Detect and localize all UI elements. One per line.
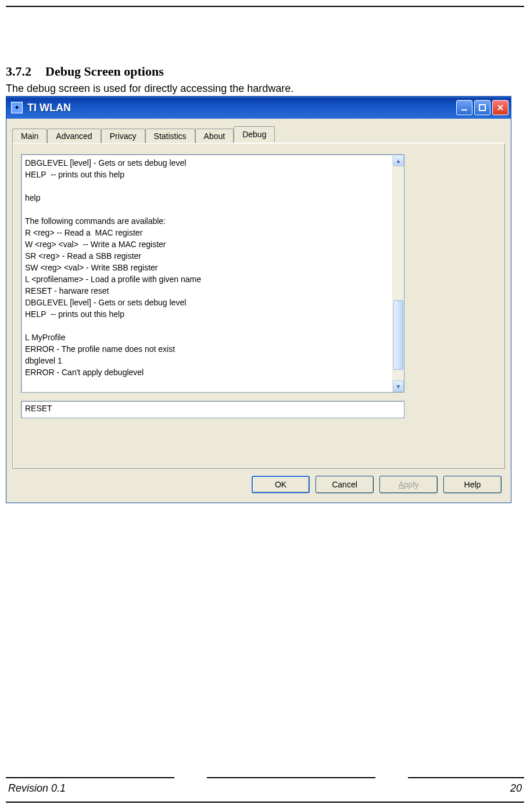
ok-button[interactable]: OK <box>252 476 310 493</box>
scroll-down-button[interactable]: ▼ <box>393 380 404 392</box>
chevron-down-icon: ▼ <box>396 383 402 390</box>
apply-button[interactable]: Apply <box>379 476 438 493</box>
section-title: Debug Screen options <box>45 64 164 79</box>
maximize-button[interactable] <box>474 100 490 115</box>
minimize-icon <box>460 104 468 112</box>
close-button[interactable] <box>492 100 508 115</box>
scroll-up-button[interactable]: ▲ <box>393 155 404 166</box>
scroll-thumb[interactable] <box>393 300 403 370</box>
app-icon: ✦ <box>11 102 23 113</box>
help-button[interactable]: Help <box>443 476 502 493</box>
client-area: Main Advanced Privacy Statistics About D… <box>6 119 511 503</box>
intro-text: The debug screen is used for directly ac… <box>6 83 524 95</box>
tab-about[interactable]: About <box>195 129 234 143</box>
svg-rect-1 <box>479 105 485 111</box>
tab-main[interactable]: Main <box>12 129 47 143</box>
close-icon <box>496 104 504 112</box>
tab-panel-debug: DBGLEVEL [level] - Gets or sets debug le… <box>12 143 505 469</box>
footer: Revision 0.1 20 <box>8 782 522 795</box>
tab-privacy[interactable]: Privacy <box>101 129 145 143</box>
window-title: TI WLAN <box>27 102 456 114</box>
footer-rules <box>6 777 524 778</box>
section-heading: 3.7.2Debug Screen options <box>6 64 524 79</box>
footer-page-number: 20 <box>510 782 522 795</box>
scrollbar[interactable]: ▲ ▼ <box>392 155 404 392</box>
scroll-track[interactable] <box>393 166 404 380</box>
app-window: ✦ TI WLAN Main Advanced <box>6 96 511 503</box>
page-bottom-rule <box>6 802 524 803</box>
cancel-button[interactable]: Cancel <box>316 476 374 493</box>
titlebar[interactable]: ✦ TI WLAN <box>6 97 511 119</box>
debug-command-input[interactable]: RESET <box>21 401 404 418</box>
footer-revision: Revision 0.1 <box>8 782 66 795</box>
svg-rect-0 <box>461 109 467 111</box>
tab-strip: Main Advanced Privacy Statistics About D… <box>12 127 505 143</box>
minimize-button[interactable] <box>456 100 472 115</box>
section-number: 3.7.2 <box>6 64 31 79</box>
chevron-up-icon: ▲ <box>396 158 402 164</box>
debug-output[interactable]: DBGLEVEL [level] - Gets or sets debug le… <box>21 154 404 393</box>
dialog-button-row: OK Cancel Apply Help <box>12 469 505 497</box>
maximize-icon <box>478 104 486 112</box>
tab-debug[interactable]: Debug <box>234 126 275 143</box>
tab-advanced[interactable]: Advanced <box>47 129 101 143</box>
apply-label: Apply <box>398 480 418 489</box>
tab-statistics[interactable]: Statistics <box>145 129 195 143</box>
page-top-rule <box>6 6 524 7</box>
